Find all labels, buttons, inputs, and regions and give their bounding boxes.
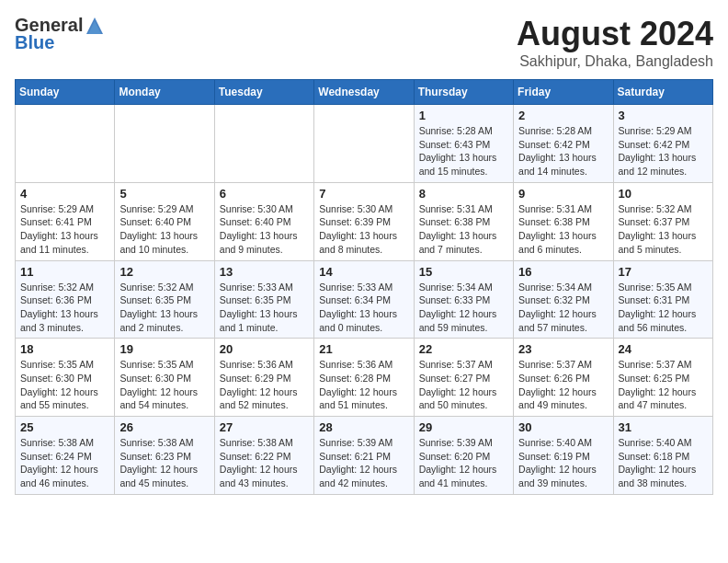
- calendar-cell: [214, 105, 313, 183]
- calendar-cell: [115, 105, 214, 183]
- week-row-5: 25Sunrise: 5:38 AMSunset: 6:24 PMDayligh…: [16, 417, 713, 495]
- day-info: Sunrise: 5:30 AMSunset: 6:40 PMDaylight:…: [220, 202, 309, 257]
- day-info: Sunrise: 5:37 AMSunset: 6:26 PMDaylight:…: [518, 358, 608, 412]
- calendar-cell: 29Sunrise: 5:39 AMSunset: 6:20 PMDayligh…: [414, 417, 513, 495]
- day-number: 3: [619, 109, 708, 122]
- day-header-thursday: Thursday: [414, 80, 513, 105]
- day-number: 21: [319, 342, 408, 356]
- logo-icon: [85, 16, 105, 36]
- day-header-wednesday: Wednesday: [314, 80, 414, 105]
- day-number: 27: [220, 420, 309, 434]
- calendar-cell: 6Sunrise: 5:30 AMSunset: 6:40 PMDaylight…: [214, 182, 313, 260]
- day-info: Sunrise: 5:35 AMSunset: 6:31 PMDaylight:…: [619, 281, 708, 335]
- day-info: Sunrise: 5:39 AMSunset: 6:20 PMDaylight:…: [419, 436, 508, 490]
- calendar-cell: 16Sunrise: 5:34 AMSunset: 6:32 PMDayligh…: [514, 260, 613, 339]
- day-info: Sunrise: 5:29 AMSunset: 6:41 PMDaylight:…: [20, 202, 109, 257]
- day-header-saturday: Saturday: [613, 80, 712, 105]
- day-number: 6: [220, 187, 309, 201]
- day-info: Sunrise: 5:33 AMSunset: 6:34 PMDaylight:…: [319, 281, 408, 335]
- day-number: 5: [119, 187, 209, 201]
- day-info: Sunrise: 5:32 AMSunset: 6:37 PMDaylight:…: [619, 202, 708, 257]
- day-info: Sunrise: 5:39 AMSunset: 6:21 PMDaylight:…: [319, 436, 408, 490]
- day-number: 11: [20, 265, 109, 279]
- logo-blue: Blue: [15, 32, 54, 53]
- day-info: Sunrise: 5:38 AMSunset: 6:23 PMDaylight:…: [119, 436, 209, 490]
- calendar-cell: 7Sunrise: 5:30 AMSunset: 6:39 PMDaylight…: [314, 182, 414, 260]
- day-number: 26: [119, 420, 209, 434]
- day-number: 10: [619, 187, 708, 201]
- day-info: Sunrise: 5:31 AMSunset: 6:38 PMDaylight:…: [518, 202, 608, 257]
- calendar-cell: [314, 105, 414, 183]
- calendar-cell: 4Sunrise: 5:29 AMSunset: 6:41 PMDaylight…: [16, 182, 115, 260]
- day-number: 16: [518, 265, 608, 279]
- calendar-cell: 26Sunrise: 5:38 AMSunset: 6:23 PMDayligh…: [115, 417, 214, 495]
- day-number: 14: [319, 265, 408, 279]
- day-header-sunday: Sunday: [16, 80, 115, 105]
- day-number: 12: [119, 265, 209, 279]
- calendar-cell: 3Sunrise: 5:29 AMSunset: 6:42 PMDaylight…: [613, 105, 712, 183]
- day-number: 17: [619, 265, 708, 279]
- day-number: 4: [20, 187, 109, 201]
- day-number: 20: [220, 342, 309, 356]
- calendar-cell: 14Sunrise: 5:33 AMSunset: 6:34 PMDayligh…: [314, 260, 414, 339]
- calendar-cell: 31Sunrise: 5:40 AMSunset: 6:18 PMDayligh…: [613, 417, 712, 495]
- calendar-cell: 19Sunrise: 5:35 AMSunset: 6:30 PMDayligh…: [115, 339, 214, 417]
- day-info: Sunrise: 5:29 AMSunset: 6:40 PMDaylight:…: [119, 202, 209, 257]
- day-info: Sunrise: 5:34 AMSunset: 6:32 PMDaylight:…: [518, 281, 608, 335]
- calendar-cell: 22Sunrise: 5:37 AMSunset: 6:27 PMDayligh…: [414, 339, 513, 417]
- day-info: Sunrise: 5:40 AMSunset: 6:18 PMDaylight:…: [619, 436, 708, 490]
- day-info: Sunrise: 5:37 AMSunset: 6:25 PMDaylight:…: [619, 358, 708, 412]
- day-info: Sunrise: 5:35 AMSunset: 6:30 PMDaylight:…: [119, 358, 209, 412]
- day-info: Sunrise: 5:40 AMSunset: 6:19 PMDaylight:…: [518, 436, 608, 490]
- calendar-cell: 17Sunrise: 5:35 AMSunset: 6:31 PMDayligh…: [613, 260, 712, 339]
- day-number: 8: [419, 187, 508, 201]
- calendar-cell: 28Sunrise: 5:39 AMSunset: 6:21 PMDayligh…: [314, 417, 414, 495]
- day-number: 24: [619, 342, 708, 356]
- calendar-cell: 11Sunrise: 5:32 AMSunset: 6:36 PMDayligh…: [16, 260, 115, 339]
- calendar-cell: 27Sunrise: 5:38 AMSunset: 6:22 PMDayligh…: [214, 417, 313, 495]
- day-info: Sunrise: 5:36 AMSunset: 6:28 PMDaylight:…: [319, 358, 408, 412]
- day-number: 18: [20, 342, 109, 356]
- calendar-cell: 12Sunrise: 5:32 AMSunset: 6:35 PMDayligh…: [115, 260, 214, 339]
- calendar-cell: 1Sunrise: 5:28 AMSunset: 6:43 PMDaylight…: [414, 105, 513, 183]
- week-row-4: 18Sunrise: 5:35 AMSunset: 6:30 PMDayligh…: [16, 339, 713, 417]
- calendar-cell: 15Sunrise: 5:34 AMSunset: 6:33 PMDayligh…: [414, 260, 513, 339]
- calendar-cell: 23Sunrise: 5:37 AMSunset: 6:26 PMDayligh…: [514, 339, 613, 417]
- logo: General Blue: [15, 15, 105, 53]
- calendar-cell: 20Sunrise: 5:36 AMSunset: 6:29 PMDayligh…: [214, 339, 313, 417]
- day-info: Sunrise: 5:36 AMSunset: 6:29 PMDaylight:…: [220, 358, 309, 412]
- week-row-1: 1Sunrise: 5:28 AMSunset: 6:43 PMDaylight…: [16, 105, 713, 183]
- day-header-friday: Friday: [514, 80, 613, 105]
- calendar-cell: 10Sunrise: 5:32 AMSunset: 6:37 PMDayligh…: [613, 182, 712, 260]
- day-number: 15: [419, 265, 508, 279]
- calendar-cell: 8Sunrise: 5:31 AMSunset: 6:38 PMDaylight…: [414, 182, 513, 260]
- calendar-cell: 13Sunrise: 5:33 AMSunset: 6:35 PMDayligh…: [214, 260, 313, 339]
- calendar-subtitle: Sakhipur, Dhaka, Bangladesh: [517, 53, 713, 70]
- week-row-3: 11Sunrise: 5:32 AMSunset: 6:36 PMDayligh…: [16, 260, 713, 339]
- calendar-cell: [16, 105, 115, 183]
- title-area: August 2024 Sakhipur, Dhaka, Bangladesh: [517, 15, 713, 70]
- calendar-cell: 18Sunrise: 5:35 AMSunset: 6:30 PMDayligh…: [16, 339, 115, 417]
- day-info: Sunrise: 5:30 AMSunset: 6:39 PMDaylight:…: [319, 202, 408, 257]
- day-info: Sunrise: 5:38 AMSunset: 6:24 PMDaylight:…: [20, 436, 109, 490]
- day-number: 13: [220, 265, 309, 279]
- day-info: Sunrise: 5:28 AMSunset: 6:42 PMDaylight:…: [518, 124, 608, 178]
- header: General Blue August 2024 Sakhipur, Dhaka…: [15, 15, 713, 70]
- day-info: Sunrise: 5:38 AMSunset: 6:22 PMDaylight:…: [220, 436, 309, 490]
- day-info: Sunrise: 5:29 AMSunset: 6:42 PMDaylight:…: [619, 124, 708, 178]
- calendar-cell: 21Sunrise: 5:36 AMSunset: 6:28 PMDayligh…: [314, 339, 414, 417]
- calendar-title: August 2024: [517, 15, 713, 53]
- day-header-monday: Monday: [115, 80, 214, 105]
- day-info: Sunrise: 5:32 AMSunset: 6:35 PMDaylight:…: [119, 281, 209, 335]
- day-info: Sunrise: 5:34 AMSunset: 6:33 PMDaylight:…: [419, 281, 508, 335]
- day-header-tuesday: Tuesday: [214, 80, 313, 105]
- day-number: 2: [518, 109, 608, 122]
- calendar-cell: 5Sunrise: 5:29 AMSunset: 6:40 PMDaylight…: [115, 182, 214, 260]
- calendar-cell: 30Sunrise: 5:40 AMSunset: 6:19 PMDayligh…: [514, 417, 613, 495]
- week-row-2: 4Sunrise: 5:29 AMSunset: 6:41 PMDaylight…: [16, 182, 713, 260]
- day-number: 29: [419, 420, 508, 434]
- day-number: 23: [518, 342, 608, 356]
- day-number: 31: [619, 420, 708, 434]
- day-number: 25: [20, 420, 109, 434]
- calendar-table: SundayMondayTuesdayWednesdayThursdayFrid…: [15, 79, 713, 495]
